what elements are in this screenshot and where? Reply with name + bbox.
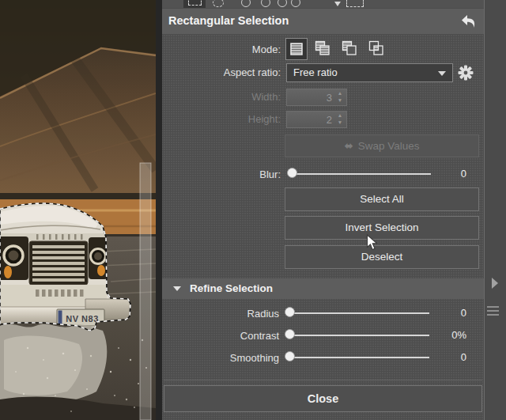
image-canvas[interactable]: NV N83 <box>0 0 156 420</box>
contrast-label: Contrast <box>162 330 279 342</box>
radius-value: 0 <box>435 307 466 319</box>
smoothing-label: Smoothing <box>162 352 279 364</box>
mode-row: Mode: <box>162 38 484 62</box>
panel-title: Rectangular Selection <box>168 14 289 27</box>
undo-icon <box>459 12 478 31</box>
aspect-ratio-dropdown[interactable]: Free ratio <box>286 63 453 82</box>
radius-slider-track[interactable] <box>289 312 429 314</box>
collapse-arrow-icon <box>173 286 181 291</box>
height-label: Height: <box>162 113 281 125</box>
width-stepper[interactable]: 3 ▲▼ <box>286 89 347 106</box>
panel-header: Rectangular Selection <box>162 9 484 34</box>
app-window: NV N83 <box>0 0 506 420</box>
swap-values-button[interactable]: ⬌Swap Values <box>285 134 479 157</box>
smoothing-slider-knob[interactable] <box>285 351 295 361</box>
magnetic-lasso-icon[interactable] <box>278 0 287 7</box>
rectangle-shape-icon[interactable] <box>346 0 364 7</box>
chevron-down-icon <box>438 71 446 76</box>
collapse-panel-arrow-icon[interactable] <box>492 278 498 289</box>
height-value: 2 <box>327 114 332 126</box>
rectangular-selection-tool-button[interactable] <box>183 0 206 8</box>
swap-arrows-icon: ⬌ <box>344 140 353 152</box>
smoothing-row: Smoothing 0 <box>162 351 484 364</box>
mode-add-button[interactable] <box>312 38 334 60</box>
aspect-ratio-settings-button[interactable] <box>456 63 475 82</box>
refine-selection-header[interactable]: Refine Selection <box>162 278 484 299</box>
deselect-button[interactable]: Deselect <box>285 245 479 269</box>
blur-row: Blur: 0 <box>162 168 484 180</box>
intersect-selections-icon <box>368 40 384 56</box>
mode-new-selection-button[interactable] <box>285 38 308 60</box>
tools-toolbar <box>162 0 484 8</box>
width-label: Width: <box>162 91 281 103</box>
mode-subtract-button[interactable] <box>339 38 361 60</box>
polygonal-lasso-icon[interactable] <box>261 0 270 7</box>
mode-label: Mode: <box>162 44 281 55</box>
smoothing-value: 0 <box>435 351 466 363</box>
invert-selection-button[interactable]: Invert Selection <box>285 216 479 240</box>
blur-slider-knob[interactable] <box>287 168 297 178</box>
contrast-row: Contrast 0% <box>162 329 484 342</box>
subtract-from-selection-icon <box>342 40 357 56</box>
contrast-value: 0% <box>435 329 466 341</box>
rectangular-selection-icon <box>188 0 202 6</box>
elliptical-selection-icon[interactable] <box>213 0 224 7</box>
blur-slider-track[interactable] <box>290 173 431 175</box>
gear-icon <box>456 63 475 82</box>
add-to-selection-icon <box>315 40 330 56</box>
magic-wand-icon[interactable] <box>291 0 300 7</box>
splitter-grip-icon[interactable] <box>487 306 499 318</box>
divider <box>164 380 482 380</box>
mode-intersect-button[interactable] <box>366 38 388 60</box>
panel-splitter[interactable] <box>484 0 506 420</box>
radius-row: Radius 0 <box>162 307 484 320</box>
radius-slider-knob[interactable] <box>285 307 295 317</box>
close-button[interactable]: Close <box>164 385 482 412</box>
select-all-button[interactable]: Select All <box>285 187 479 211</box>
contrast-slider-track[interactable] <box>289 335 429 336</box>
aspect-ratio-label: Aspect ratio: <box>162 66 281 78</box>
radius-label: Radius <box>162 308 279 320</box>
width-value: 3 <box>327 92 332 104</box>
refine-selection-title: Refine Selection <box>190 282 273 294</box>
aspect-ratio-value: Free ratio <box>293 66 338 78</box>
tool-options-panel: Rectangular Selection Mode: <box>162 0 484 420</box>
swap-values-label: Swap Values <box>358 140 420 152</box>
reset-settings-button[interactable] <box>459 12 478 31</box>
stepper-arrows-icon[interactable]: ▲▼ <box>334 89 346 105</box>
height-stepper[interactable]: 2 ▲▼ <box>286 111 347 128</box>
new-selection-icon <box>289 41 304 57</box>
stepper-arrows-icon[interactable]: ▲▼ <box>334 112 346 127</box>
lasso-icon[interactable] <box>241 0 251 7</box>
photo: NV N83 <box>0 0 156 420</box>
panel-gap <box>156 0 162 420</box>
contrast-slider-knob[interactable] <box>285 329 295 339</box>
blur-value: 0 <box>435 168 466 180</box>
smoothing-slider-track[interactable] <box>289 357 429 358</box>
blur-label: Blur: <box>162 168 281 180</box>
paint-selection-icon[interactable] <box>334 2 341 6</box>
